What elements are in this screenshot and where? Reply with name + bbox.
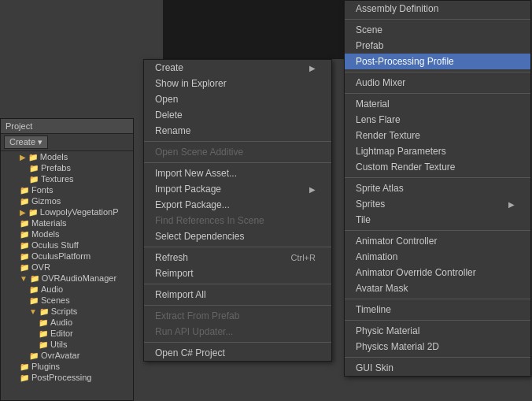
folder-icon: 📁 <box>20 230 29 239</box>
separator-1 <box>144 141 331 142</box>
tree-item-models2[interactable]: 📁 Models <box>1 228 133 239</box>
menu-item-lightmap-parameters[interactable]: Lightmap Parameters <box>345 143 530 159</box>
menu-label-assembly-definition: Assembly Definition <box>356 3 438 14</box>
tree-item-ovr[interactable]: 📁 OVR <box>1 262 133 273</box>
menu-item-rename[interactable]: Rename <box>144 123 331 139</box>
menu-label-animator-controller: Animator Controller <box>356 236 437 247</box>
menu-item-assembly-definition[interactable]: Assembly Definition <box>345 1 530 17</box>
menu-label-scene: Scene <box>356 24 382 35</box>
tree-item-scenes[interactable]: 📁 Scenes <box>1 295 133 306</box>
tree-item-audio2[interactable]: 📁 Audio <box>1 317 133 328</box>
folder-icon: 📁 <box>29 296 39 305</box>
context-menu-right: Assembly Definition Scene Prefab Post-Pr… <box>344 0 531 377</box>
project-panel-header: Project <box>1 119 133 134</box>
menu-item-animation[interactable]: Animation <box>345 249 530 265</box>
folder-icon: 📁 <box>20 362 29 371</box>
folder-icon: 📁 <box>20 241 29 250</box>
menu-label-select-dependencies: Select Dependencies <box>155 231 244 242</box>
menu-label-delete: Delete <box>155 110 183 121</box>
menu-label-tile: Tile <box>356 214 371 225</box>
menu-item-prefab[interactable]: Prefab <box>345 38 530 54</box>
menu-item-delete[interactable]: Delete <box>144 107 331 123</box>
menu-label-gui-skin: GUI Skin <box>356 362 393 373</box>
menu-item-avatar-mask[interactable]: Avatar Mask <box>345 280 530 296</box>
tree-item-utils[interactable]: 📁 Utils <box>1 339 133 350</box>
menu-label-lens-flare: Lens Flare <box>356 114 401 125</box>
menu-item-export-package[interactable]: Export Package... <box>144 197 331 213</box>
tree-item-plugins[interactable]: 📁 Plugins <box>1 361 133 372</box>
menu-item-extract-from-prefab: Extract From Prefab <box>144 308 331 324</box>
menu-item-open-scene-additive: Open Scene Additive <box>144 144 331 160</box>
menu-item-physic-material[interactable]: Physic Material <box>345 323 530 339</box>
menu-label-timeline: Timeline <box>356 304 391 315</box>
tree-item-lowpoly[interactable]: ▶ 📁 LowpolyVegetationP <box>1 206 133 217</box>
folder-icon: 📁 <box>29 164 39 173</box>
folder-icon: 📁 <box>29 285 39 294</box>
separator-r8 <box>345 357 530 358</box>
menu-item-reimport-all[interactable]: Reimport All <box>144 287 331 303</box>
menu-item-import-new-asset[interactable]: Import New Asset... <box>144 165 331 181</box>
tree-item-postprocessing[interactable]: 📁 PostProcessing <box>1 372 133 383</box>
menu-label-open-scene-additive: Open Scene Additive <box>155 147 243 158</box>
submenu-arrow-import-package: ▶ <box>309 185 316 194</box>
menu-item-reimport[interactable]: Reimport <box>144 265 331 281</box>
menu-item-open-csharp[interactable]: Open C# Project <box>144 345 331 361</box>
create-bar: Create ▾ <box>1 134 133 151</box>
folder-icon: 📁 <box>20 197 29 206</box>
submenu-arrow-sprites: ▶ <box>508 200 515 209</box>
tree-item-ovravatar[interactable]: 📁 OvrAvatar <box>1 350 133 361</box>
create-button[interactable]: Create ▾ <box>4 136 48 149</box>
menu-label-extract-from-prefab: Extract From Prefab <box>155 310 239 321</box>
menu-item-audio-mixer[interactable]: Audio Mixer <box>345 75 530 91</box>
menu-item-sprites[interactable]: Sprites ▶ <box>345 196 530 212</box>
menu-item-import-package[interactable]: Import Package ▶ <box>144 181 331 197</box>
menu-item-render-texture[interactable]: Render Texture <box>345 128 530 143</box>
menu-item-open[interactable]: Open <box>144 91 331 107</box>
menu-item-show-explorer[interactable]: Show in Explorer <box>144 76 331 91</box>
menu-item-select-dependencies[interactable]: Select Dependencies <box>144 228 331 244</box>
menu-label-open-csharp: Open C# Project <box>155 347 225 358</box>
folder-icon: ▼ 📁 <box>20 274 39 283</box>
tree-item-audio[interactable]: 📁 Audio <box>1 284 133 295</box>
menu-item-find-references: Find References In Scene <box>144 213 331 228</box>
menu-item-timeline[interactable]: Timeline <box>345 302 530 317</box>
separator-r5 <box>345 230 530 231</box>
tree-item-oculusplatform[interactable]: 📁 OculusPlatform <box>1 251 133 262</box>
menu-item-scene[interactable]: Scene <box>345 22 530 38</box>
folder-icon: 📁 <box>29 175 39 184</box>
separator-r3 <box>345 93 530 94</box>
menu-item-tile[interactable]: Tile <box>345 212 530 228</box>
folder-icon: 📁 <box>39 340 48 349</box>
menu-item-sprite-atlas[interactable]: Sprite Atlas <box>345 180 530 196</box>
separator-r4 <box>345 177 530 178</box>
tree-item-ovraudio[interactable]: ▼ 📁 OVRAudioManager <box>1 273 133 284</box>
menu-item-physics-material-2d[interactable]: Physics Material 2D <box>345 339 530 355</box>
tree-item-textures[interactable]: 📁 Textures <box>1 173 133 184</box>
menu-item-gui-skin[interactable]: GUI Skin <box>345 360 530 376</box>
project-panel: Project Create ▾ ▶ 📁 Models 📁 Prefabs 📁 … <box>0 118 134 401</box>
tree-item-oculus-stuff[interactable]: 📁 Oculus Stuff <box>1 239 133 251</box>
menu-label-find-references: Find References In Scene <box>155 215 264 226</box>
menu-label-prefab: Prefab <box>356 40 383 51</box>
menu-label-reimport-all: Reimport All <box>155 289 206 300</box>
menu-item-material[interactable]: Material <box>345 96 530 112</box>
tree-item-fonts[interactable]: 📁 Fonts <box>1 184 133 195</box>
menu-item-create[interactable]: Create ▶ <box>144 60 331 76</box>
menu-label-create: Create <box>155 62 183 73</box>
tree-item-models[interactable]: ▶ 📁 Models <box>1 151 133 162</box>
separator-r1 <box>345 19 530 20</box>
menu-item-custom-render-texture[interactable]: Custom Render Texture <box>345 159 530 175</box>
tree-item-editor[interactable]: 📁 Editor <box>1 328 133 339</box>
menu-item-animator-override[interactable]: Animator Override Controller <box>345 265 530 280</box>
menu-item-post-processing-profile[interactable]: Post-Processing Profile <box>345 54 530 69</box>
menu-item-refresh[interactable]: Refresh Ctrl+R <box>144 250 331 265</box>
menu-label-open: Open <box>155 94 178 105</box>
menu-item-animator-controller[interactable]: Animator Controller <box>345 233 530 249</box>
menu-label-refresh: Refresh <box>155 252 188 263</box>
tree-item-gizmos[interactable]: 📁 Gizmos <box>1 195 133 206</box>
tree-item-scripts[interactable]: ▼ 📁 Scripts <box>1 306 133 317</box>
menu-label-physics-material-2d: Physics Material 2D <box>356 341 439 352</box>
tree-item-materials[interactable]: 📁 Materials <box>1 217 133 228</box>
menu-item-lens-flare[interactable]: Lens Flare <box>345 112 530 128</box>
tree-item-prefabs[interactable]: 📁 Prefabs <box>1 162 133 173</box>
